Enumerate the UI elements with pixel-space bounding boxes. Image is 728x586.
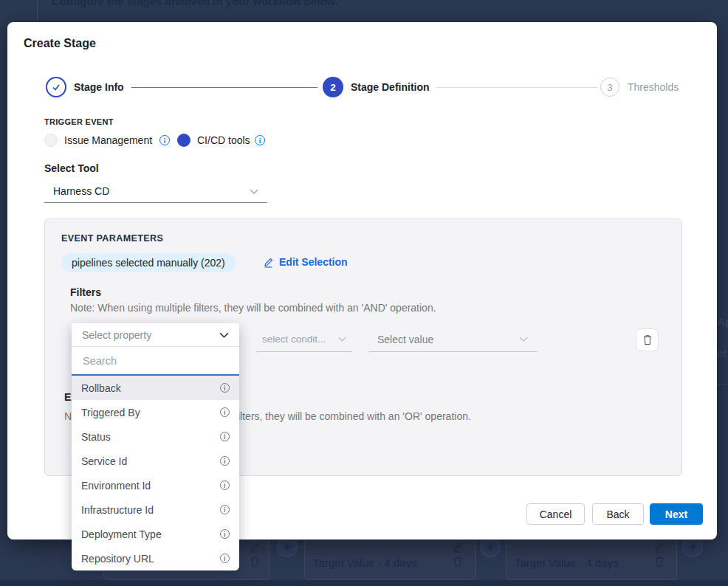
dropdown-item-label: Rollback <box>81 382 121 394</box>
info-icon[interactable]: i <box>220 383 230 393</box>
connector-dash <box>470 546 476 547</box>
back-button[interactable]: Back <box>592 503 644 525</box>
info-icon[interactable]: i <box>159 135 170 145</box>
background-divider <box>37 0 38 22</box>
chevron-down-icon <box>219 332 229 338</box>
stepper-step-2[interactable]: 2 <box>323 77 343 97</box>
info-icon[interactable]: i <box>220 505 230 515</box>
pipeline-selection-pill: pipelines selected manually (202) <box>61 253 236 272</box>
dropdown-item-environment-id[interactable]: Environment Id i <box>72 473 239 497</box>
info-icon[interactable]: i <box>255 135 265 145</box>
dropdown-item-label: Environment Id <box>81 480 151 492</box>
info-icon[interactable]: i <box>220 529 230 540</box>
stepper-step-3[interactable]: 3 <box>600 77 619 97</box>
dropdown-item-triggered-by[interactable]: Triggered By i <box>72 400 239 424</box>
value-select[interactable]: Select value <box>368 327 537 352</box>
property-select[interactable]: Select property <box>72 323 239 347</box>
dropdown-item-label: Triggered By <box>81 407 140 418</box>
next-button[interactable]: Next <box>650 503 703 525</box>
edit-icon <box>263 256 274 268</box>
trash-icon <box>642 334 653 345</box>
add-stage-button[interactable]: + <box>480 537 501 557</box>
dropdown-item-label: Service Id <box>81 455 127 467</box>
edit-selection-label: Edit Selection <box>279 256 348 268</box>
delete-filter-button[interactable] <box>636 328 659 351</box>
connector-dash <box>672 546 679 547</box>
filters-note: Note: When using multiple filters, they … <box>70 302 436 314</box>
background-text-fragment: Ap <box>717 315 728 328</box>
radio-issue-management[interactable] <box>44 134 58 147</box>
dropdown-item-label: Repository URL <box>81 553 154 565</box>
chevron-down-icon <box>338 337 346 342</box>
add-stage-button[interactable]: + <box>277 537 298 557</box>
background-card-label: Target Value - 4 days <box>313 556 417 569</box>
background-page-subtitle: Configure the stages involved in your wo… <box>52 0 338 7</box>
stepper-label-thresholds[interactable]: Thresholds <box>628 77 679 97</box>
dropdown-item-service-id[interactable]: Service Id i <box>72 449 239 473</box>
dropdown-item-label: Deployment Type <box>81 528 162 540</box>
info-icon[interactable]: i <box>220 432 230 442</box>
condition-select[interactable]: select condit... <box>256 327 352 352</box>
value-placeholder: Select value <box>377 334 519 345</box>
check-icon <box>51 82 61 92</box>
trash-icon[interactable] <box>654 556 665 567</box>
add-stage-button[interactable]: + <box>682 537 703 557</box>
info-icon[interactable]: i <box>220 456 230 466</box>
trash-icon[interactable] <box>250 556 260 567</box>
background-card-label: Target Value - 4 days <box>515 556 619 569</box>
background-footer-strip <box>0 580 728 586</box>
trash-icon[interactable] <box>453 556 463 567</box>
stepper-connector <box>436 87 598 88</box>
dropdown-item-deployment-type[interactable]: Deployment Type i <box>72 522 239 546</box>
dropdown-item-rollback[interactable]: Rollback i <box>72 376 239 400</box>
property-placeholder: Select property <box>82 329 219 341</box>
edit-icon[interactable] <box>249 541 260 553</box>
condition-placeholder: select condit... <box>262 334 338 345</box>
chevron-down-icon <box>519 337 528 342</box>
property-select-dropdown: Select property Rollback i Triggered By … <box>72 323 239 571</box>
dropdown-item-status[interactable]: Status i <box>72 424 239 449</box>
edit-icon[interactable] <box>452 541 463 553</box>
info-icon[interactable]: i <box>220 480 230 491</box>
background-dash-fragment <box>718 384 728 385</box>
stepper-step-1[interactable] <box>46 77 66 97</box>
select-tool-label: Select Tool <box>44 162 99 174</box>
edit-selection-link[interactable]: Edit Selection <box>263 256 348 268</box>
radio-label-cicd-tools[interactable]: CI/CD tools <box>197 134 250 147</box>
stepper-label-stage-info[interactable]: Stage Info <box>74 77 124 97</box>
cancel-button[interactable]: Cancel <box>526 503 585 525</box>
radio-label-issue-management[interactable]: Issue Management <box>64 134 152 147</box>
dropdown-item-label: Infrastructure Id <box>81 504 154 516</box>
info-icon[interactable]: i <box>220 554 230 564</box>
modal-title: Create Stage <box>24 37 96 50</box>
event-parameters-header: EVENT PARAMETERS <box>61 233 163 244</box>
dropdown-item-infrastructure-id[interactable]: Infrastructure Id i <box>72 497 239 522</box>
edit-icon[interactable] <box>653 541 665 553</box>
background-text-fragment: et <box>717 347 727 359</box>
radio-cicd-tools[interactable] <box>177 134 190 147</box>
info-icon[interactable]: i <box>220 407 230 418</box>
dropdown-item-repository-url[interactable]: Repository URL i <box>72 546 239 571</box>
dropdown-search-row <box>72 347 239 376</box>
dropdown-item-label: Status <box>81 431 111 443</box>
tool-select-value: Harness CD <box>53 185 250 197</box>
trigger-event-label: TRIGGER EVENT <box>44 117 114 126</box>
stepper-connector <box>131 87 317 88</box>
app-root: Configure the stages involved in your wo… <box>0 0 728 586</box>
tool-select[interactable]: Harness CD <box>44 180 267 203</box>
connector-dash <box>267 546 273 547</box>
search-input[interactable] <box>81 354 230 368</box>
filters-label: Filters <box>70 286 101 298</box>
chevron-down-icon <box>250 189 258 194</box>
stepper-label-stage-definition[interactable]: Stage Definition <box>351 77 430 97</box>
